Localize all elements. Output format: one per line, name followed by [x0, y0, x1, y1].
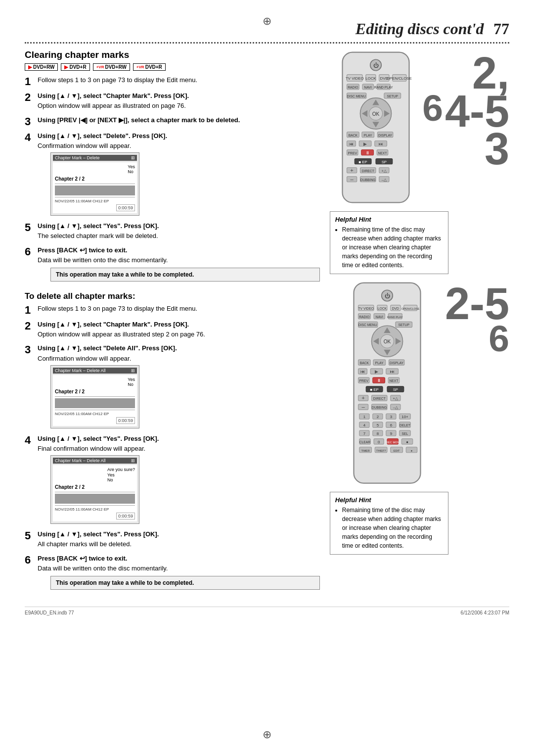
step-2-4: 4 Using [▲ / ▼], select "Yes". Press [OK…	[25, 434, 320, 526]
helpful-hint-2: Helpful Hint Remaining time of the disc …	[330, 492, 448, 555]
hint2-title: Helpful Hint	[335, 496, 443, 504]
svg-text:●: ●	[411, 449, 412, 452]
warning-box-2: This operation may take a while to be co…	[50, 576, 320, 590]
big-nums-top: 2, 6 4-5 3	[422, 49, 509, 168]
svg-text:9: 9	[390, 431, 392, 436]
section-clearing: Clearing chapter marks ▶DVD+RW ▶DVD+R +V…	[25, 49, 320, 284]
svg-text:SETUP: SETUP	[387, 94, 399, 98]
sc-title-2-3: Chapter Mark – Delete All ⊞	[53, 368, 137, 374]
svg-text:–△: –△	[393, 405, 399, 410]
section-delete-all: To delete all chapter marks: 1 Follow st…	[25, 291, 320, 593]
svg-text:SP: SP	[393, 387, 398, 392]
svg-text:TIMER: TIMER	[361, 449, 370, 452]
svg-text:SETUP: SETUP	[399, 323, 410, 327]
svg-text:RAND PLAY: RAND PLAY	[387, 316, 403, 319]
step-content-2-1: Follow steps 1 to 3 on page 73 to displa…	[38, 304, 320, 314]
svg-text:5: 5	[377, 423, 379, 427]
section1-title: Clearing chapter marks	[25, 49, 320, 60]
step-num-1-2: 2	[25, 92, 34, 103]
main-layout: Clearing chapter marks ▶DVD+RW ▶DVD+R +V…	[25, 49, 509, 597]
svg-text:LOCK: LOCK	[378, 307, 387, 310]
step-num-2-1: 1	[25, 304, 34, 316]
compass-icon-top: ⊕	[263, 15, 271, 28]
svg-text:▶: ▶	[364, 142, 367, 146]
step-2-6: 6 Press [BACK ↩] twice to exit. Data wil…	[25, 554, 320, 593]
left-column: Clearing chapter marks ▶DVD+RW ▶DVD+R +V…	[25, 49, 320, 597]
svg-text:DISC MENU: DISC MENU	[347, 94, 366, 98]
step-num-1-4: 4	[25, 132, 34, 143]
chapter-thumbnail	[55, 186, 135, 195]
svg-text:NAVI: NAVI	[364, 86, 372, 89]
step-content-2-6: Press [BACK ↩] twice to exit. Data will …	[38, 554, 320, 593]
step-1-4: 4 Using [▲ / ▼], select "Delete". Press …	[25, 132, 320, 218]
svg-text:–: –	[362, 404, 365, 410]
svg-text:RADIO: RADIO	[359, 315, 370, 319]
step-num-1-3: 3	[25, 116, 34, 128]
svg-text:DELET: DELET	[400, 424, 410, 427]
svg-text:+: +	[351, 167, 354, 173]
step-num-1-5: 5	[25, 222, 34, 234]
big-numbers-top: ⏻ TV VIDEO LOCK DVD OPEN/CLOSE	[330, 49, 509, 207]
dotted-divider	[25, 42, 509, 44]
svg-text:4: 4	[363, 423, 366, 427]
step-2-3: 3 Using [▲ / ▼], select "Delete All". Pr…	[25, 344, 320, 430]
svg-text:OPEN/CLOSE: OPEN/CLOSE	[387, 76, 412, 81]
svg-text:PLAY: PLAY	[375, 361, 384, 365]
screen-capture-1-4: Chapter Mark – Delete ⊞ YesNo Chapter 2 …	[50, 152, 139, 216]
svg-text:⏭: ⏭	[390, 369, 395, 374]
sc-body-2-3: YesNo Chapter 2 / 2 NOV/22/05 11:00AM CH…	[53, 375, 137, 426]
svg-text:OK: OK	[384, 339, 391, 344]
step-content-2-4: Using [▲ / ▼], select "Yes". Press [OK].…	[38, 434, 320, 526]
step-1-1: 1 Follow steps 1 to 3 on page 73 to disp…	[25, 76, 320, 88]
step-2-1: 1 Follow steps 1 to 3 on page 73 to disp…	[25, 304, 320, 316]
step-content-2-2: Using [▲ / ▼], select "Chapter Mark". Pr…	[38, 320, 320, 340]
remote-svg-bottom: ⏻ TV VIDEO LOCK DVD OPEN/CLOSE RADI	[343, 280, 432, 486]
svg-text:OPEN/CLOSE: OPEN/CLOSE	[401, 307, 420, 310]
svg-text:–: –	[351, 176, 354, 182]
svg-text:⏮: ⏮	[360, 369, 365, 374]
svg-text:RADIO: RADIO	[348, 86, 358, 89]
step-content-1-2: Using [▲ / ▼], select "Chapter Mark". Pr…	[38, 92, 320, 111]
svg-text:10+: 10+	[402, 415, 409, 419]
footer-right: 6/12/2006 4:23:07 PM	[461, 610, 509, 615]
svg-text:●: ●	[406, 440, 408, 444]
svg-text:OK: OK	[372, 111, 380, 117]
svg-text:+△: +△	[393, 396, 399, 401]
chapter-thumbnail-2-3	[55, 398, 135, 408]
step-2-2: 2 Using [▲ / ▼], select "Chapter Mark". …	[25, 320, 320, 340]
section2-title: To delete all chapter marks:	[25, 291, 320, 301]
svg-text:DVD: DVD	[392, 307, 399, 310]
svg-text:⏻: ⏻	[373, 62, 379, 68]
remote-svg-top: ⏻ TV VIDEO LOCK DVD OPEN/CLOSE	[331, 49, 420, 205]
svg-text:+△: +△	[382, 169, 388, 173]
svg-text:DISPLAY: DISPLAY	[390, 361, 404, 365]
svg-text:6: 6	[390, 423, 393, 427]
badge-dvd-plusrw-vr: +VRDVD+RW	[93, 63, 130, 71]
chapter-thumbnail-2-4	[55, 494, 135, 504]
sc-body-2-4: Are you sure? Yes No Chapter 2 / 2 NOV/2	[53, 465, 137, 521]
step-content-2-5: Using [▲ / ▼], select "Yes". Press [OK].…	[38, 530, 320, 550]
footer-left: E9A90UD_EN.indb 77	[25, 610, 74, 615]
step-content-1-6: Press [BACK ↩] twice to exit. Data will …	[38, 246, 320, 284]
svg-text:1: 1	[363, 415, 365, 419]
badge-dvd-plusr: ▶DVD+R	[61, 63, 89, 71]
step-content-1-5: Using [▲ / ▼], select "Yes". Press [OK].…	[38, 222, 320, 241]
screen-capture-2-3: Chapter Mark – Delete All ⊞ YesNo Chapte…	[50, 365, 139, 428]
svg-text:NAVI: NAVI	[376, 315, 383, 319]
step-content-1-1: Follow steps 1 to 3 on page 73 to displa…	[38, 76, 320, 86]
svg-text:⏭: ⏭	[379, 142, 383, 146]
step-2-5: 5 Using [▲ / ▼], select "Yes". Press [OK…	[25, 530, 320, 550]
svg-text:DISC MENU: DISC MENU	[358, 323, 377, 327]
step-num-1-6: 6	[25, 246, 34, 258]
step-num-2-3: 3	[25, 344, 34, 356]
step-num-2-2: 2	[25, 320, 34, 332]
screen-capture-2-4: Chapter Mark – Delete All ⊞ Are you sure…	[50, 455, 139, 524]
svg-text:0: 0	[378, 440, 380, 444]
svg-text:DUBBING: DUBBING	[372, 406, 387, 409]
page-footer: E9A90UD_EN.indb 77 6/12/2006 4:23:07 PM	[25, 607, 509, 615]
page-title: Editing discs cont'd	[356, 20, 484, 38]
disc-badges: ▶DVD+RW ▶DVD+R +VRDVD+RW +VRDVD+R	[25, 63, 320, 71]
step-num-1-1: 1	[25, 76, 34, 88]
page: Editing discs cont'd 77 Clearing chapter…	[0, 0, 534, 756]
svg-text:PREV: PREV	[359, 379, 369, 382]
